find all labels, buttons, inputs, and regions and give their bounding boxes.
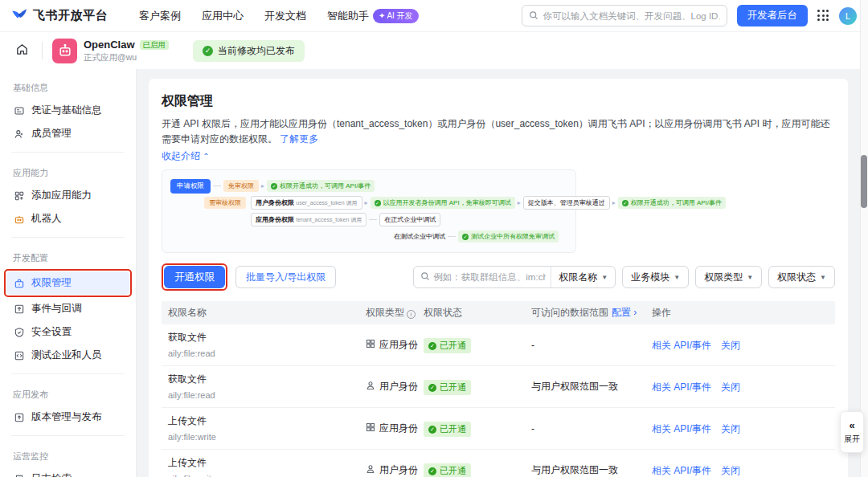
flow-start-node: 申请权限: [170, 179, 211, 194]
check-icon: ✓: [428, 384, 436, 392]
filter-permission-type[interactable]: 权限类型▼: [695, 266, 762, 288]
collapse-intro-link[interactable]: 收起介绍: [162, 150, 200, 161]
release-icon: [13, 412, 25, 423]
publish-status-pill: ✓ 当前修改均已发布: [193, 40, 305, 62]
related-api-link[interactable]: 相关 API/事件: [652, 465, 711, 476]
global-search[interactable]: [522, 5, 727, 26]
main-area: 权限管理 开通 API 权限后，应用才能以应用身份（tenant_access_…: [137, 69, 868, 477]
related-api-link[interactable]: 相关 API/事件: [652, 340, 711, 351]
data-scope: 与用户权限范围一致: [531, 380, 652, 393]
collapse-intro[interactable]: 收起介绍 ⌃: [162, 149, 835, 163]
open-permission-button[interactable]: 开通权限: [164, 266, 225, 288]
expand-panel-button[interactable]: « 展开: [840, 411, 864, 453]
check-icon: ✓: [428, 467, 436, 475]
status-badge: ✓已开通: [424, 422, 471, 437]
related-api-link[interactable]: 相关 API/事件: [652, 423, 711, 434]
related-api-link[interactable]: 相关 API/事件: [652, 381, 711, 393]
filter-permission-status[interactable]: 权限状态▼: [768, 266, 835, 288]
sidebar-item-events[interactable]: 事件与回调: [6, 297, 129, 320]
app-identity-icon: [366, 422, 375, 434]
nav-item-dev-docs[interactable]: 开发文档: [264, 9, 306, 23]
app-name[interactable]: OpenClaw: [84, 39, 135, 51]
sidebar-item-log-search[interactable]: 日志检索: [6, 467, 129, 477]
nav-item-customer-cases[interactable]: 客户案例: [139, 9, 181, 23]
page-description: 开通 API 权限后，应用才能以应用身份（tenant_access_token…: [162, 116, 835, 147]
avatar[interactable]: L: [839, 7, 857, 25]
sidebar-item-credentials[interactable]: 凭证与基础信息: [6, 99, 129, 122]
arrow-right-icon: ▸: [612, 199, 616, 206]
sidebar-item-version-release[interactable]: 版本管理与发布: [6, 406, 129, 429]
sidebar-section-release: 应用发布: [6, 381, 129, 406]
filter-business-module[interactable]: 业务模块▼: [622, 266, 689, 288]
arrow-right-icon: ▸: [518, 199, 521, 206]
learn-more-link[interactable]: 了解更多: [280, 133, 318, 145]
sidebar-item-add-capability[interactable]: 添加应用能力: [6, 184, 129, 207]
app-header: OpenClaw 已启用 正式应用@wu ✓ 当前修改均已发布: [0, 32, 868, 69]
scrollbar-track[interactable]: [860, 0, 868, 477]
apps-grid-icon[interactable]: [817, 10, 829, 22]
sidebar-section-monitoring: 运营监控: [6, 442, 129, 467]
developer-console-button[interactable]: 开发者后台: [737, 5, 809, 26]
sidebar-item-security[interactable]: 安全设置: [6, 320, 129, 344]
permission-search[interactable]: 权限名称▼: [413, 266, 616, 288]
home-icon: [15, 43, 29, 59]
sidebar-item-label: 测试企业和人员: [31, 349, 102, 362]
sidebar-item-label: 添加应用能力: [31, 189, 92, 202]
batch-import-export-button[interactable]: 批量导入/导出权限: [235, 266, 336, 288]
scrollbar-thumb[interactable]: [861, 155, 867, 208]
sidebar-item-label: 权限管理: [31, 276, 72, 290]
flow-review-node: 需审核权限: [204, 197, 246, 209]
filter-group: 权限名称▼ 业务模块▼ 权限类型▼ 权限状态▼: [413, 266, 835, 288]
permission-icon: [13, 278, 25, 289]
permission-table: 权限名称 权限类型i 权限状态 可访问的数据范围配置 › 操作 获取文件aily…: [162, 301, 835, 477]
configure-link[interactable]: 配置 ›: [612, 307, 637, 318]
annotation-box-open-permission: 开通权限: [162, 263, 227, 291]
security-icon: [13, 327, 25, 338]
permission-code: aily:file:read: [168, 348, 366, 359]
test-org-icon: [13, 350, 25, 361]
sidebar-item-label: 安全设置: [31, 325, 72, 339]
permission-name: 获取文件: [168, 331, 366, 344]
user-identity-icon: [366, 381, 375, 393]
expand-label: 展开: [844, 434, 860, 445]
brand[interactable]: 飞书开放平台: [11, 6, 108, 26]
permission-type: 应用身份: [379, 338, 418, 352]
info-icon[interactable]: i: [407, 310, 416, 319]
close-permission-link[interactable]: 关闭: [721, 381, 740, 393]
check-icon: ✓: [428, 426, 436, 434]
sidebar-item-label: 凭证与基础信息: [31, 104, 102, 117]
divider: [11, 435, 125, 436]
chevron-down-icon: ▼: [820, 274, 826, 281]
sidebar-item-members[interactable]: 添加应用能力 成员管理: [6, 122, 129, 145]
flow-tenant-token-node: 应用身份权限 tenant_access_token 调用: [251, 213, 366, 226]
app-avatar: [52, 39, 77, 63]
permission-code: aily:file:write: [168, 473, 366, 477]
col-status: 权限状态: [424, 306, 531, 320]
credential-icon: [13, 105, 25, 116]
page: 飞书开放平台 客户案例 应用中心 开发文档 智能助手 ✦AI 开发 开发者后台 …: [0, 0, 868, 477]
permission-code: aily:file:read: [168, 389, 366, 401]
close-permission-link[interactable]: 关闭: [721, 423, 740, 434]
data-scope: -: [531, 423, 652, 434]
global-search-input[interactable]: [543, 11, 720, 21]
table-row: 上传文件aily:file:write 用户身份 ✓已开通 与用户权限范围一致 …: [162, 450, 835, 477]
feishu-logo-icon: [11, 6, 27, 26]
sidebar-item-test-org[interactable]: 测试企业和人员: [6, 344, 129, 367]
spark-icon: ✦: [379, 11, 385, 20]
close-permission-link[interactable]: 关闭: [721, 465, 740, 476]
table-row: 上传文件aily:file:write 应用身份 ✓已开通 - 相关 API/事…: [162, 408, 835, 450]
permission-search-input[interactable]: [430, 272, 551, 282]
check-icon: ✓: [271, 183, 277, 190]
close-permission-link[interactable]: 关闭: [721, 340, 740, 351]
sidebar-item-bot[interactable]: 机器人: [6, 207, 129, 230]
top-navbar: 飞书开放平台 客户案例 应用中心 开发文档 智能助手 ✦AI 开发 开发者后台 …: [0, 0, 868, 32]
search-field-select[interactable]: 权限名称▼: [551, 267, 615, 287]
chevron-down-icon: ▼: [674, 274, 680, 281]
app-status-badge: 已启用: [140, 40, 170, 51]
permission-type: 用户身份: [379, 463, 418, 477]
nav-item-app-center[interactable]: 应用中心: [202, 9, 244, 23]
sidebar-item-permission[interactable]: 权限管理: [6, 271, 129, 295]
home-button[interactable]: [11, 40, 32, 61]
navbar-right: 开发者后台 L: [522, 5, 858, 26]
nav-item-ai-assistant[interactable]: 智能助手 ✦AI 开发: [327, 9, 419, 23]
